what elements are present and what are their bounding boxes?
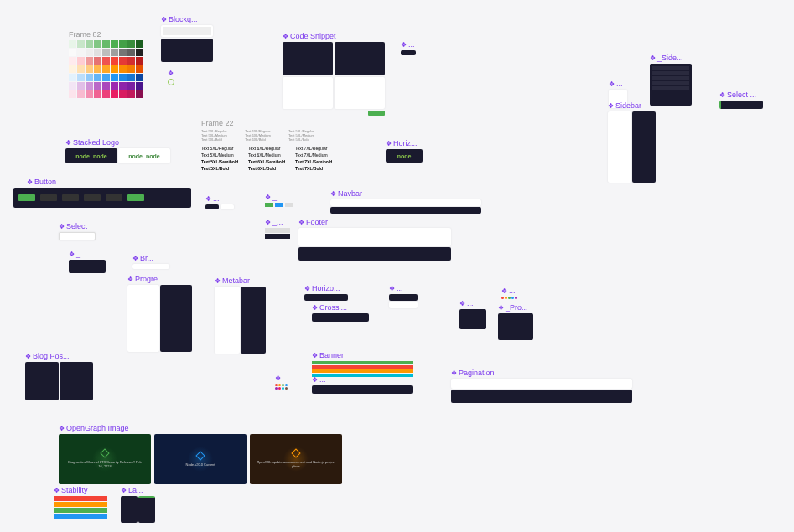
code-snippet-component[interactable]: Code Snippet bbox=[283, 32, 385, 116]
dots-component-6[interactable]: ... bbox=[459, 299, 486, 329]
profile-component[interactable]: _Pro... bbox=[498, 303, 533, 340]
dots-component-4[interactable]: ... bbox=[205, 194, 234, 209]
blogpost-component[interactable]: Blog Pos... bbox=[25, 352, 93, 400]
typography-list: Text 5XL/RegularText 6XL/RegularText 7XL… bbox=[201, 145, 335, 172]
frame-82: Frame 82 bbox=[69, 30, 143, 98]
underscore-component-3[interactable]: _... bbox=[69, 250, 106, 273]
button-component[interactable]: Button bbox=[13, 178, 191, 208]
underscore-component-1[interactable]: _... bbox=[265, 193, 293, 207]
opengraph-component[interactable]: OpenGraph Image Diagnostics Channel LTS … bbox=[59, 424, 342, 484]
stability-component[interactable]: Stability bbox=[54, 486, 107, 519]
crosslink-component[interactable]: Crossl... bbox=[312, 303, 369, 322]
underscore-component-2[interactable]: _... bbox=[265, 218, 290, 239]
dots-component-5[interactable]: ... bbox=[389, 284, 418, 308]
sidebar-component[interactable]: Sidebar bbox=[608, 101, 656, 183]
dots-component-7[interactable]: ... bbox=[501, 287, 517, 299]
horiz-logo-component[interactable]: Horiz... node bbox=[386, 139, 423, 163]
stacked-logo-component[interactable]: Stacked Logo nodenode nodenode bbox=[65, 138, 170, 163]
navbar-component[interactable]: Navbar bbox=[330, 189, 481, 214]
footer-component[interactable]: Footer bbox=[298, 218, 451, 261]
dots-component-8[interactable]: ... bbox=[275, 374, 289, 390]
frame-22: Frame 22 Text 5XL/RegularText 5XL/Medium… bbox=[201, 119, 335, 172]
progress-component[interactable]: Progre... bbox=[127, 275, 192, 352]
language-component[interactable]: La... bbox=[121, 486, 155, 523]
dots-component-9[interactable]: ... bbox=[312, 375, 413, 394]
banner-component[interactable]: Banner bbox=[312, 351, 413, 377]
pagination-component[interactable]: Pagination bbox=[451, 369, 632, 403]
breadcrumb-component[interactable]: Br... bbox=[132, 254, 169, 269]
side-dark-component[interactable]: _Side... bbox=[650, 54, 692, 106]
color-palette bbox=[69, 40, 143, 98]
blockquote-component[interactable]: Blockq... bbox=[161, 15, 213, 62]
dots-component-1[interactable]: ... bbox=[168, 69, 182, 85]
metabar-component[interactable]: Metabar bbox=[215, 276, 266, 354]
dots-component-2[interactable]: ... bbox=[401, 40, 416, 55]
select-component[interactable]: Select bbox=[59, 222, 96, 240]
select-dark-component[interactable]: Select ... bbox=[719, 90, 763, 109]
horizontal-component[interactable]: Horizo... bbox=[304, 284, 348, 301]
